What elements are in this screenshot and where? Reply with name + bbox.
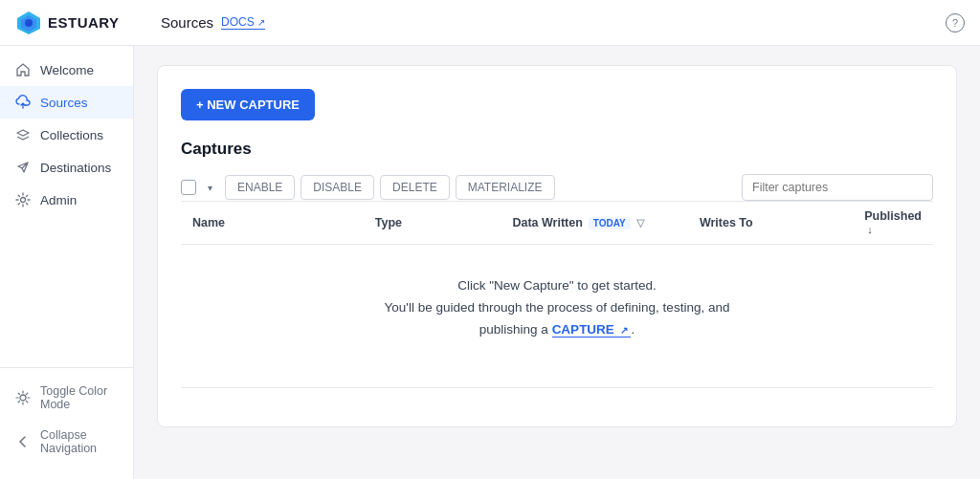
empty-state-row: Click "New Capture" to get started. You'… <box>181 245 933 372</box>
send-icon <box>15 160 31 175</box>
capture-link[interactable]: CAPTURE ↗ <box>552 322 632 337</box>
sidebar-item-destinations[interactable]: Destinations <box>0 151 133 184</box>
content-card: + NEW CAPTURE Captures ▾ ENABLE DISABLE … <box>157 65 957 427</box>
logo-text: ESTUARY <box>48 14 120 31</box>
captures-table: Name Type Data Written TODAY ▽ <box>181 201 933 372</box>
chevron-left-icon <box>15 434 31 449</box>
section-title: Captures <box>181 140 933 159</box>
docs-link[interactable]: DOCS ↗ <box>221 15 265 30</box>
col-type: Type <box>364 202 501 245</box>
svg-point-3 <box>21 198 26 203</box>
materialize-button[interactable]: MATERIALIZE <box>456 175 555 200</box>
breadcrumb: Sources DOCS ↗ <box>161 14 265 31</box>
enable-button[interactable]: ENABLE <box>225 175 295 200</box>
main-content: + NEW CAPTURE Captures ▾ ENABLE DISABLE … <box>134 46 980 479</box>
sidebar-bottom: Toggle Color Mode Collapse Navigation <box>0 367 133 471</box>
logo-icon <box>15 10 42 36</box>
sidebar-item-collections[interactable]: Collections <box>0 119 133 151</box>
checkbox-dropdown-button[interactable]: ▾ <box>200 178 219 197</box>
settings-icon <box>15 192 31 207</box>
empty-state-line2: You'll be guided through the process of … <box>192 297 922 341</box>
today-badge[interactable]: TODAY <box>589 217 631 229</box>
layers-icon <box>15 127 31 142</box>
toolbar-row: ▾ ENABLE DISABLE DELETE MATERIALIZE <box>181 174 933 201</box>
checkbox-area: ▾ <box>181 178 219 197</box>
sidebar-item-sources[interactable]: Sources <box>0 86 133 119</box>
external-link-icon: ↗ <box>257 17 265 28</box>
filter-icon: ▽ <box>636 217 644 229</box>
col-data-written: Data Written TODAY ▽ <box>501 202 688 245</box>
page-title: Sources <box>161 14 213 31</box>
sort-icon: ↓ <box>867 224 873 235</box>
sidebar: Welcome Sources Collections Destinations <box>0 46 134 479</box>
collapse-navigation[interactable]: Collapse Navigation <box>0 420 133 464</box>
col-name: Name <box>181 202 364 245</box>
empty-state: Click "New Capture" to get started. You'… <box>181 245 933 372</box>
filter-input[interactable] <box>742 174 933 201</box>
cloud-upload-icon <box>15 95 31 110</box>
empty-state-line1: Click "New Capture" to get started. <box>192 275 922 297</box>
toggle-color-mode[interactable]: Toggle Color Mode <box>0 376 133 420</box>
main-layout: Welcome Sources Collections Destinations <box>0 46 980 479</box>
capture-ext-icon: ↗ <box>620 325 628 336</box>
disable-button[interactable]: DISABLE <box>301 175 374 200</box>
app-header: ESTUARY Sources DOCS ↗ ? <box>0 0 980 46</box>
home-icon <box>15 62 31 77</box>
header-right: ? <box>946 13 965 33</box>
new-capture-button[interactable]: + NEW CAPTURE <box>181 89 315 120</box>
sidebar-item-welcome[interactable]: Welcome <box>0 54 133 86</box>
sun-icon <box>15 390 31 405</box>
table-header-row: Name Type Data Written TODAY ▽ <box>181 202 933 245</box>
divider <box>181 387 933 388</box>
logo-area: ESTUARY <box>15 10 149 36</box>
select-all-checkbox[interactable] <box>181 180 196 195</box>
sidebar-item-admin[interactable]: Admin <box>0 184 133 216</box>
delete-button[interactable]: DELETE <box>380 175 450 200</box>
svg-point-2 <box>25 19 33 27</box>
col-writes-to: Writes To <box>688 202 853 245</box>
svg-point-4 <box>20 395 26 401</box>
col-published: Published ↓ <box>853 202 933 245</box>
help-icon[interactable]: ? <box>946 13 965 33</box>
